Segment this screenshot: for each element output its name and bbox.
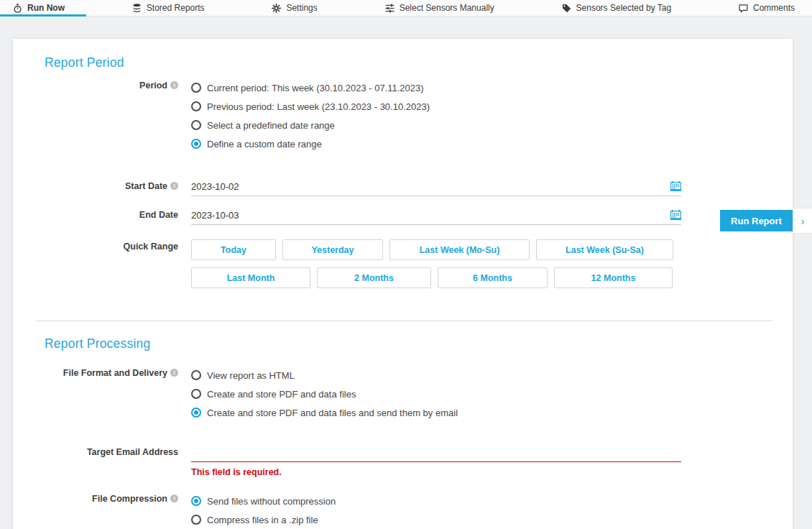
comment-icon [739,4,748,13]
compression-option-none[interactable]: Send files without compression [191,492,336,510]
period-option-previous[interactable]: Previous period: Last week (23.10.2023 -… [191,97,430,116]
tab-settings[interactable]: Settings [262,0,327,16]
tab-bar: Run Now Stored Reports Settings [0,0,812,17]
option-label: Previous period: Last week (23.10.2023 -… [207,101,430,112]
end-date-field [191,208,681,225]
target-email-row: Target Email Address This field is requi… [13,445,793,477]
option-label: Send files without compression [207,496,336,507]
active-tab-underline [0,14,86,17]
tab-label: Comments [753,3,795,13]
option-label: Create and store PDF and data files and … [207,408,458,418]
file-compression-options: Send files without compression Compress … [191,492,336,529]
end-date-label: End Date [45,208,178,225]
info-icon[interactable] [170,81,178,89]
file-compression-row: File Compression Send files without comp… [13,492,793,529]
quick-range-6-months-button[interactable]: 6 Months [438,267,548,288]
tab-select-sensors-manually[interactable]: Select Sensors Manually [375,0,504,16]
period-option-custom[interactable]: Define a custom date range [191,134,430,153]
quick-range-2-months-button[interactable]: 2 Months [317,267,431,288]
quick-range-row: Quick Range Today Yesterday Last Week (M… [13,239,793,295]
quick-range-last-week-mo-su-button[interactable]: Last Week (Mo-Su) [389,239,530,260]
option-label: Current period: This week (30.10.2023 - … [207,83,424,93]
target-email-input[interactable] [191,447,681,458]
radio-unselected[interactable] [191,389,201,399]
period-label: Period [45,78,178,153]
radio-unselected[interactable] [191,370,201,380]
radio-selected[interactable] [191,139,201,149]
compression-option-zip[interactable]: Compress files in a .zip file [191,510,336,529]
target-email-field [191,445,681,462]
start-date-field [191,179,681,196]
run-report-button[interactable]: Run Report [720,210,793,231]
chevron-right-icon: › [801,216,805,226]
file-format-option-pdf[interactable]: Create and store PDF and data files [191,385,458,403]
tab-comments[interactable]: Comments [729,0,805,16]
report-settings-card: Report Period Period Current period: Thi… [13,39,793,529]
start-date-row: Start Date [13,179,793,196]
tab-run-now[interactable]: Run Now [0,0,75,16]
database-icon [132,4,142,13]
radio-unselected[interactable] [191,83,201,93]
info-icon[interactable] [170,182,178,190]
report-period-heading: Report Period [13,55,793,70]
report-processing-heading: Report Processing [13,336,793,351]
target-email-label: Target Email Address [45,445,178,477]
calendar-icon[interactable] [670,210,681,221]
file-format-option-html[interactable]: View report as HTML [191,366,458,385]
quick-range-last-week-su-sa-button[interactable]: Last Week (Su-Sa) [536,239,673,260]
quick-range-12-months-button[interactable]: 12 Months [554,267,673,288]
tab-label: Settings [286,3,317,13]
quick-range-yesterday-button[interactable]: Yesterday [282,239,383,260]
radio-unselected[interactable] [191,101,201,111]
tag-icon [562,4,571,13]
period-row: Period Current period: This week (30.10.… [13,78,793,153]
quick-range-today-button[interactable]: Today [191,239,276,260]
sliders-icon [385,4,395,13]
tab-label: Stored Reports [147,3,205,13]
tab-label: Run Now [27,3,65,13]
file-format-options: View report as HTML Create and store PDF… [191,366,458,422]
quick-range-label: Quick Range [45,239,178,295]
radio-unselected[interactable] [191,515,201,525]
tab-stored-reports[interactable]: Stored Reports [122,0,215,16]
option-label: View report as HTML [207,370,295,381]
radio-selected[interactable] [191,408,201,418]
calendar-icon[interactable] [670,181,681,192]
end-date-row: End Date [13,208,793,225]
tab-label: Sensors Selected by Tag [576,3,672,13]
file-format-option-pdf-email[interactable]: Create and store PDF and data files and … [191,403,458,422]
tab-label: Select Sensors Manually [400,3,494,13]
file-compression-label: File Compression [45,492,178,529]
period-option-current[interactable]: Current period: This week (30.10.2023 - … [191,78,430,97]
quick-range-last-month-button[interactable]: Last Month [191,267,310,288]
required-field-error: This field is required. [191,467,681,477]
gear-icon [272,4,281,13]
section-divider [36,321,772,321]
radio-selected[interactable] [191,496,201,506]
period-option-predefined[interactable]: Select a predefined date range [191,116,430,134]
period-options: Current period: This week (30.10.2023 - … [191,78,430,153]
stopwatch-icon [13,4,22,13]
file-format-label: File Format and Delivery [45,366,178,422]
option-label: Create and store PDF and data files [207,389,356,400]
start-date-input[interactable] [191,181,665,192]
option-label: Select a predefined date range [207,120,335,131]
option-label: Define a custom date range [207,139,322,150]
option-label: Compress files in a .zip file [207,515,318,525]
info-icon[interactable] [170,369,178,377]
panel-expand-handle[interactable]: › [793,208,812,234]
info-icon[interactable] [170,494,178,502]
file-format-row: File Format and Delivery View report as … [13,366,793,422]
start-date-label: Start Date [45,179,178,196]
end-date-input[interactable] [191,210,665,221]
tab-sensors-selected-by-tag[interactable]: Sensors Selected by Tag [552,0,682,16]
radio-unselected[interactable] [191,120,201,130]
